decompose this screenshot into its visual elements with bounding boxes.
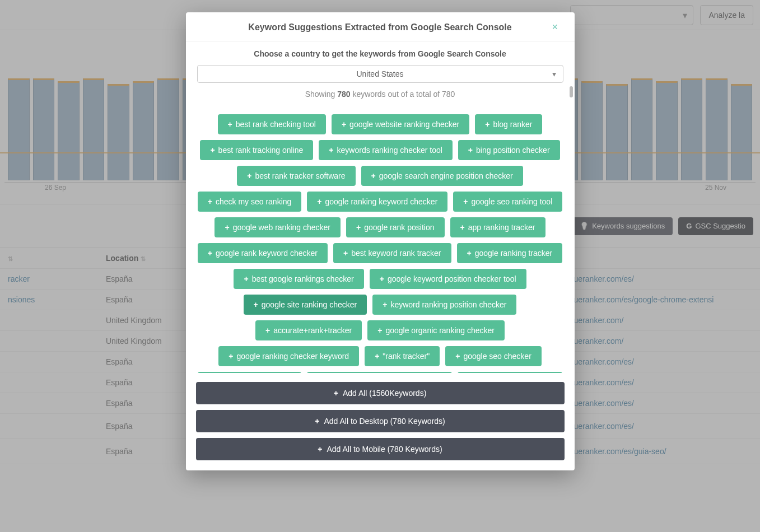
keyword-label: google rank keyword checker (216, 249, 318, 258)
modal-body: Choose a country to get the keywords fro… (186, 41, 575, 376)
plus-icon: + (463, 197, 468, 206)
keyword-suggestion-button[interactable]: +best rank checking tool (218, 114, 326, 134)
keyword-label: best keyword rank tracker (351, 249, 441, 258)
country-select-value: United States (356, 69, 403, 78)
plus-icon: + (455, 352, 460, 361)
keyword-suggestion-button[interactable]: +google ranking checker keyword (218, 346, 359, 366)
add-all-label: Add All (1560Keywords) (343, 389, 426, 398)
plus-icon: + (468, 146, 473, 155)
keyword-suggestion-button[interactable]: +accurate+rank+tracker (255, 320, 362, 340)
keyword-suggestion-button[interactable]: +free rank tracking tool (198, 372, 301, 373)
keyword-label: blog ranker (493, 120, 532, 129)
keyword-label: app ranking tracker (468, 223, 535, 232)
keyword-suggestion-button[interactable]: +best keyword rank tracker (333, 243, 451, 263)
keyword-suggestion-button[interactable]: +google web ranking checker (215, 217, 341, 237)
add-all-desktop-label: Add All to Desktop (780 Keywords) (324, 417, 445, 426)
plus-icon: + (244, 274, 248, 283)
plus-icon: + (229, 352, 233, 361)
plus-icon: + (317, 197, 321, 206)
keyword-suggestion-button[interactable]: +best rank tracker software (237, 166, 355, 186)
keyword-label: keyword ranking position checker (390, 300, 506, 309)
modal-title: Keyword Suggestions Extracted from Googl… (208, 22, 552, 32)
keyword-suggestion-button[interactable]: +best google rankings checker (234, 269, 363, 289)
keyword-label: best rank tracker software (255, 171, 346, 180)
scrollbar-thumb[interactable] (570, 86, 573, 97)
add-all-mobile-button[interactable]: + Add All to Mobile (780 Keywords) (196, 438, 565, 460)
keyword-label: best google rankings checker (252, 274, 354, 283)
keyword-suggestions-list: +best rank checking tool+google website … (196, 114, 565, 373)
plus-icon: + (380, 274, 384, 283)
keyword-label: check my seo ranking (216, 197, 291, 206)
plus-icon: + (228, 120, 232, 129)
plus-icon: + (342, 120, 346, 129)
modal-overlay[interactable]: Keyword Suggestions Extracted from Googl… (0, 0, 760, 532)
plus-icon: + (318, 445, 322, 454)
plus-icon: + (383, 300, 387, 309)
keyword-suggestion-button[interactable]: +google website ranking checker (332, 114, 469, 134)
keyword-suggestion-button[interactable]: +google rank position (346, 217, 445, 237)
keyword-label: best rank tracking online (218, 146, 304, 155)
plus-icon: + (208, 197, 212, 206)
keyword-suggestion-button[interactable]: +google seo ranking tool (453, 192, 562, 212)
plus-icon: + (225, 223, 229, 232)
plus-icon: + (460, 223, 465, 232)
plus-icon: + (265, 326, 270, 335)
plus-icon: + (343, 249, 348, 258)
keyword-suggestion-button[interactable]: +google ranking tracker (457, 243, 563, 263)
keyword-suggestions-modal: Keyword Suggestions Extracted from Googl… (186, 12, 575, 470)
plus-icon: + (315, 417, 319, 426)
plus-icon: + (210, 146, 215, 155)
plus-icon: + (377, 326, 382, 335)
country-select[interactable]: United States (197, 65, 563, 83)
keyword-label: google organic ranking checker (385, 326, 495, 335)
keyword-label: accurate+rank+tracker (273, 326, 352, 335)
add-all-desktop-button[interactable]: + Add All to Desktop (780 Keywords) (196, 410, 565, 432)
keyword-label: keywords ranking checker tool (337, 146, 442, 155)
plus-icon: + (356, 223, 361, 232)
keyword-label: google ranking checker keyword (236, 352, 349, 361)
keyword-suggestion-button[interactable]: +google ranking keyword checker (307, 192, 447, 212)
keyword-suggestion-button[interactable]: +"rank tracker" (365, 346, 440, 366)
keyword-label: google seo checker (463, 352, 531, 361)
plus-icon: + (467, 249, 472, 258)
keyword-suggestion-button[interactable]: +google search engine position checker (361, 166, 523, 186)
keyword-suggestion-button[interactable]: +keyword ranking position checker (372, 295, 516, 315)
keyword-label: bing position checker (476, 146, 550, 155)
showing-text: Showing 780 keywords out of a total of 7… (196, 90, 565, 99)
keyword-label: google site ranking checker (262, 300, 357, 309)
keyword-suggestion-button[interactable]: +app ranking tracker (450, 217, 545, 237)
modal-instruction: Choose a country to get the keywords fro… (196, 49, 565, 58)
keyword-label: google ranking keyword checker (325, 197, 438, 206)
keyword-label: "rank tracker" (383, 352, 430, 361)
keyword-label: google search engine position checker (379, 171, 513, 180)
plus-icon: + (334, 389, 338, 398)
keyword-suggestion-button[interactable]: +google seo checker (445, 346, 542, 366)
keyword-label: google ranking tracker (475, 249, 553, 258)
keyword-suggestion-button[interactable]: +blog ranker (475, 114, 542, 134)
keyword-suggestion-button[interactable]: +best rank tracking online (200, 140, 313, 160)
keyword-suggestion-button[interactable]: +bing position checker (458, 140, 560, 160)
modal-header: Keyword Suggestions Extracted from Googl… (186, 12, 575, 41)
close-icon[interactable]: × (552, 21, 563, 33)
add-all-mobile-label: Add All to Mobile (780 Keywords) (327, 445, 442, 454)
keyword-suggestion-button[interactable]: +check my seo ranking (198, 192, 302, 212)
keyword-label: google rank position (364, 223, 434, 232)
plus-icon: + (208, 249, 212, 258)
keyword-suggestion-button[interactable]: +google rank keyword checker (198, 243, 328, 263)
keyword-suggestion-button[interactable]: +keywords ranking checker tool (319, 140, 453, 160)
keyword-suggestion-button[interactable]: +check google ranking for keyword (307, 372, 452, 373)
keyword-suggestion-button[interactable]: +google organic ranking checker (367, 320, 505, 340)
keyword-label: google keyword position checker tool (388, 274, 516, 283)
keyword-label: best rank checking tool (236, 120, 316, 129)
keyword-suggestion-button[interactable]: +google website ranker (458, 372, 562, 373)
keyword-suggestion-button[interactable]: +google site ranking checker (244, 295, 367, 315)
keyword-label: google website ranking checker (349, 120, 459, 129)
plus-icon: + (247, 171, 251, 180)
plus-icon: + (371, 171, 376, 180)
keyword-suggestion-button[interactable]: +google keyword position checker tool (370, 269, 526, 289)
add-all-button[interactable]: + Add All (1560Keywords) (196, 382, 565, 404)
plus-icon: + (485, 120, 489, 129)
modal-footer: + Add All (1560Keywords) + Add All to De… (186, 376, 575, 470)
plus-icon: + (375, 352, 379, 361)
plus-icon: + (254, 300, 258, 309)
